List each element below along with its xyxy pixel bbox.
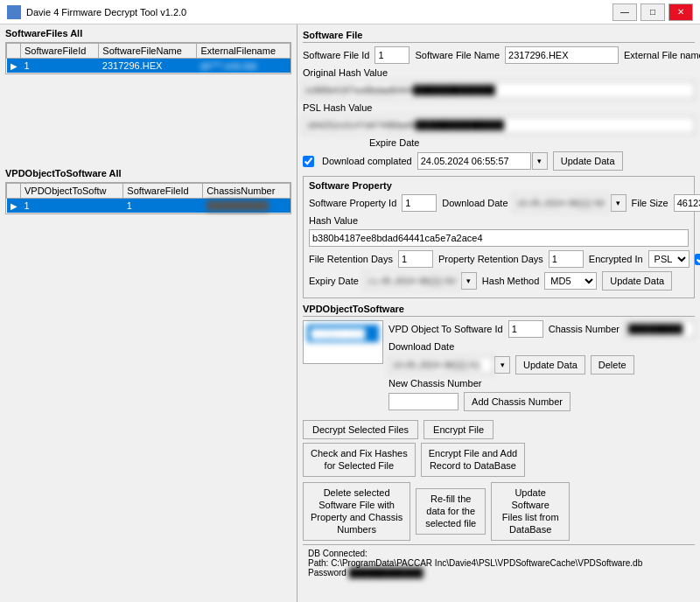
vpd-col-id: VPDObjectToSoftw xyxy=(21,184,123,199)
software-files-table-container: SoftwareFileId SoftwareFileName External… xyxy=(5,42,291,74)
sp-hash-label: Hash Value xyxy=(309,215,358,226)
vpd-chassis-label: Chassis Number xyxy=(549,324,620,334)
action-buttons-row1: Decrypt Selected Files Encrypt File xyxy=(303,420,695,439)
vpd-row3b: Add Chassis Number xyxy=(388,392,695,411)
software-files-table: SoftwareFileId SoftwareFileName External… xyxy=(6,43,290,74)
vpd-chassis-input[interactable] xyxy=(625,320,695,338)
vpd-col-chassis: ChassisNumber xyxy=(203,184,290,199)
sp-expiry-dropdown[interactable]: ▾ xyxy=(461,272,477,290)
right-panel: Software File Software File Id Software … xyxy=(298,24,700,602)
sp-id-input[interactable] xyxy=(402,194,437,212)
vpd-id-cell: 1 xyxy=(21,199,123,214)
vpd-sw-id-input[interactable] xyxy=(508,320,543,338)
expire-date-label: Expire Date xyxy=(369,137,419,148)
psl-hash-input[interactable] xyxy=(303,116,695,134)
vpd-label: VPDObjectToSoftware All xyxy=(0,164,297,180)
sf-id-input[interactable] xyxy=(374,46,410,64)
check-fix-hashes-button[interactable]: Check and Fix Hashesfor Selected File xyxy=(303,443,416,477)
download-completed-checkbox[interactable] xyxy=(303,156,314,167)
vpd-update-data-button[interactable]: Update Data xyxy=(515,355,585,374)
sf-name-input[interactable] xyxy=(505,46,619,64)
vpd-row3: New Chassis Number xyxy=(388,378,695,388)
vpd-software-file-id-cell: 1 xyxy=(123,199,203,214)
sp-file-ret-label: File Retention Days xyxy=(309,254,393,264)
sp-row3: File Retention Days Property Retention D… xyxy=(309,250,689,268)
encrypt-file-button[interactable]: Encrypt File xyxy=(424,420,494,439)
minimize-button[interactable]: — xyxy=(612,4,637,21)
software-files-section: SoftwareFiles All SoftwareFileId Softwar… xyxy=(0,24,297,164)
sf-row3: PSL Hash Value xyxy=(303,102,695,113)
vpd-table: VPDObjectToSoftw SoftwareFileId ChassisN… xyxy=(6,183,290,214)
vpd-object-header: VPDObjectToSoftware xyxy=(303,304,695,317)
vpd-new-chassis-label: New Chassis Number xyxy=(388,378,481,388)
sp-expiry-label: Expiry Date xyxy=(309,276,359,286)
col-software-file-name: SoftwareFileName xyxy=(99,44,197,59)
software-property-title: Software Property xyxy=(309,180,689,191)
decrypt-selected-files-button[interactable]: Decrypt Selected Files xyxy=(303,420,418,439)
vpd-section: VPDObjectToSoftware All VPDObjectToSoftw… xyxy=(0,164,297,602)
psl-hash-label: PSL Hash Value xyxy=(303,102,373,113)
vpd-delete-button[interactable]: Delete xyxy=(591,355,634,374)
app-icon xyxy=(7,5,21,19)
vpd-add-chassis-button[interactable]: Add Chassis Number xyxy=(464,392,570,411)
sp-row4: Expiry Date ▾ Hash Method MD5 Update Dat… xyxy=(309,271,689,290)
vehicle-specific-checkbox[interactable] xyxy=(695,254,700,265)
sp-file-size-input[interactable] xyxy=(674,194,700,212)
vpd-table-row[interactable]: ▶ 1 1 ████ xyxy=(7,199,290,214)
vpd-object-section: VPDObjectToSoftware ████████ VPD Object … xyxy=(303,304,695,415)
title-bar: Davie 4 Firmware Decrypt Tool v1.2.0 — □… xyxy=(0,0,700,24)
update-software-files-button[interactable]: UpdateSoftwareFiles list fromDataBase xyxy=(491,482,570,541)
table-row[interactable]: ▶ 1 2317296.HEX qh***.xnb.dat xyxy=(7,59,290,74)
sf-row2b xyxy=(303,81,695,99)
db-connected-label: DB Connected: xyxy=(308,549,368,558)
vpd-row-indicator: ▶ xyxy=(7,199,21,214)
refill-data-button[interactable]: Re-fill thedata for theselected file xyxy=(416,488,486,535)
expire-date-dropdown[interactable]: ▾ xyxy=(532,152,548,170)
vpd-date-dropdown[interactable]: ▾ xyxy=(494,356,510,374)
db-password-value: ████████████ xyxy=(349,568,424,578)
vpd-row1: VPD Object To Software Id Chassis Number xyxy=(388,320,695,338)
vpd-list-item[interactable]: ████████ xyxy=(307,325,379,342)
sp-download-date-input[interactable] xyxy=(514,194,610,212)
sp-hash-method-select[interactable]: MD5 xyxy=(544,272,597,290)
vpd-object-list[interactable]: ████████ xyxy=(303,320,383,364)
vpd-dl-date-input[interactable] xyxy=(388,356,494,374)
expire-date-input[interactable] xyxy=(417,152,531,170)
vpd-dl-date-field: ▾ xyxy=(388,356,510,374)
maximize-button[interactable]: □ xyxy=(640,4,665,21)
db-path: Path: C:\ProgramData\PACCAR Inc\Davie4\P… xyxy=(308,558,642,568)
main-container: SoftwareFiles All SoftwareFileId Softwar… xyxy=(0,24,700,602)
vpd-row2b: ▾ Update Data Delete xyxy=(388,355,695,374)
close-button[interactable]: ✕ xyxy=(668,4,693,21)
vpd-col-software-file-id: SoftwareFileId xyxy=(123,184,203,199)
sp-enc-in-label: Encrypted In xyxy=(589,254,643,264)
db-password-label: Password xyxy=(308,568,346,578)
sp-expiry-field: ▾ xyxy=(364,272,477,290)
sp-date-dropdown[interactable]: ▾ xyxy=(611,194,626,212)
update-data-button-sf[interactable]: Update Data xyxy=(553,151,623,171)
vpd-row2: Download Date xyxy=(388,341,695,352)
sp-file-ret-input[interactable] xyxy=(398,250,433,268)
expire-date-field: ▾ xyxy=(417,152,548,170)
sp-hash-input[interactable] xyxy=(309,229,689,247)
software-file-name-cell: 2317296.HEX xyxy=(99,59,197,74)
vpd-chassis-cell: ████ xyxy=(203,199,290,214)
vpd-col-indicator xyxy=(7,184,21,199)
vpd-object-content: ████████ VPD Object To Software Id Chass… xyxy=(303,320,695,415)
col-software-file-id: SoftwareFileId xyxy=(21,44,99,59)
vpd-new-chassis-input[interactable] xyxy=(388,393,458,410)
external-filename-cell: qh***.xnb.dat xyxy=(197,59,290,74)
row-indicator: ▶ xyxy=(7,59,21,74)
sp-prop-ret-input[interactable] xyxy=(549,250,584,268)
sf-row1: Software File Id Software File Name Exte… xyxy=(303,46,695,64)
encrypt-file-add-button[interactable]: Encrypt File and AddRecord to DataBase xyxy=(421,443,526,477)
original-hash-input[interactable] xyxy=(303,81,695,99)
update-data-button-sp[interactable]: Update Data xyxy=(602,271,672,290)
db-status: DB Connected: Path: C:\ProgramData\PACCA… xyxy=(303,544,695,581)
app-title: Davie 4 Firmware Decrypt Tool v1.2.0 xyxy=(26,7,186,18)
sp-expiry-input[interactable] xyxy=(364,272,460,290)
sp-row1: Software Property Id Download Date ▾ Fil… xyxy=(309,194,689,212)
sp-enc-in-select[interactable]: PSL xyxy=(648,250,690,268)
vpd-object-fields: VPD Object To Software Id Chassis Number… xyxy=(388,320,695,415)
delete-selected-button[interactable]: Delete selectedSoftware File withPropert… xyxy=(303,482,410,541)
